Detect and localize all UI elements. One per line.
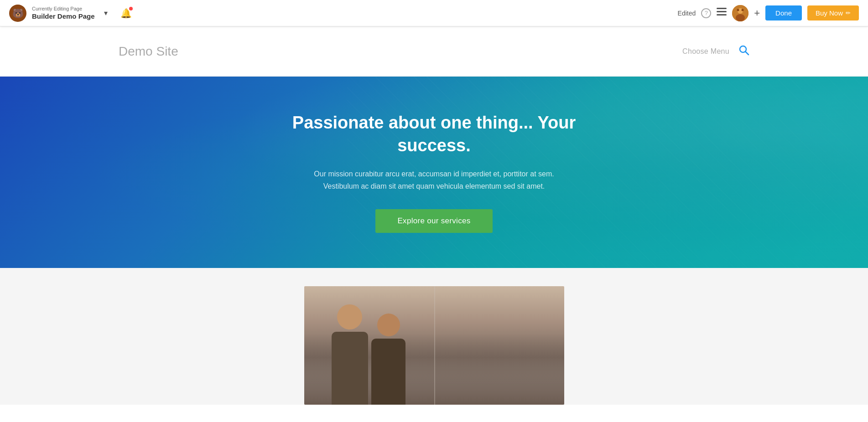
svg-point-5 — [736, 14, 745, 21]
list-icon[interactable] — [717, 8, 727, 18]
notification-dot — [129, 7, 133, 10]
svg-point-6 — [737, 9, 739, 11]
svg-rect-0 — [717, 8, 727, 9]
admin-bar: 🐻 Currently Editing Page Builder Demo Pa… — [0, 0, 868, 26]
svg-rect-1 — [717, 11, 727, 12]
buy-now-label: Buy Now — [816, 9, 843, 17]
chevron-down-icon: ▾ — [104, 9, 108, 17]
svg-line-9 — [746, 51, 749, 55]
site-logo-icon: 🐻 — [9, 5, 26, 22]
avatar[interactable] — [732, 5, 748, 21]
below-hero-section — [0, 268, 868, 405]
site-logo-text: Demo Site — [119, 44, 178, 59]
svg-point-7 — [742, 9, 744, 11]
add-icon[interactable]: + — [754, 7, 760, 19]
admin-title: Currently Editing Page Builder Demo Page — [32, 5, 95, 21]
hero-cta-button[interactable]: Explore our services — [375, 209, 492, 233]
edited-status: Edited — [678, 10, 696, 17]
page-dropdown-button[interactable]: ▾ — [100, 7, 111, 19]
person2-head — [377, 314, 400, 336]
help-button[interactable]: ? — [701, 8, 711, 18]
admin-bar-left: 🐻 Currently Editing Page Builder Demo Pa… — [9, 5, 135, 22]
site-header: Demo Site Choose Menu — [0, 26, 868, 77]
hero-title: Passionate about one thing... Your succe… — [284, 112, 585, 157]
edit-icon: ✏ — [846, 10, 851, 16]
hero-subtitle: Our mission curabitur arcu erat, accumsa… — [297, 168, 571, 192]
choose-menu-link[interactable]: Choose Menu — [682, 47, 729, 56]
admin-bar-right: Edited ? + Done Buy Now ✏ — [678, 5, 859, 21]
person2-body — [371, 339, 405, 405]
page-content: Demo Site Choose Menu Passionate about o… — [0, 26, 868, 405]
hero-content: Passionate about one thing... Your succe… — [275, 112, 594, 232]
search-button[interactable] — [738, 45, 749, 58]
buy-now-button[interactable]: Buy Now ✏ — [807, 5, 859, 21]
page-title: Builder Demo Page — [32, 12, 95, 21]
person2 — [359, 314, 418, 405]
team-image — [304, 286, 564, 405]
site-nav: Choose Menu — [682, 45, 749, 58]
svg-rect-2 — [717, 14, 727, 15]
notifications-button[interactable]: 🔔 — [117, 6, 135, 21]
currently-editing-label: Currently Editing Page — [32, 5, 95, 12]
done-button[interactable]: Done — [765, 5, 802, 21]
hero-section: Passionate about one thing... Your succe… — [0, 77, 868, 268]
